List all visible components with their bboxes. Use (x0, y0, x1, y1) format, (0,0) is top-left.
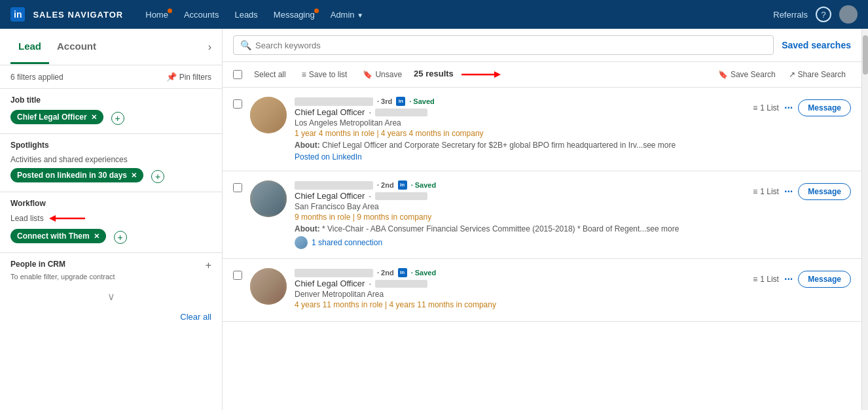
saved-badge-1: · Saved (409, 97, 435, 105)
result-actions-2: ≡ 1 List ··· Message (753, 183, 851, 200)
search-results-panel: 🔍 Saved searches Select all ≡ Save to li… (223, 29, 861, 410)
result-actions-3: ≡ 1 List ··· Message (753, 271, 851, 288)
crm-label: People in CRM (10, 260, 65, 269)
crm-row: People in CRM + (10, 260, 211, 271)
share-search-button[interactable]: ↗ Share Search (784, 67, 851, 82)
select-all-checkbox[interactable] (233, 70, 242, 79)
result-tenure-2: 9 months in role | 9 months in company (295, 213, 745, 222)
tab-lead[interactable]: Lead (10, 30, 49, 64)
share-search-icon: ↗ (789, 70, 795, 79)
right-actions: 🔖 Save Search ↗ Share Search (713, 67, 851, 82)
avatar[interactable] (250, 97, 287, 133)
degree-badge-2: · 2nd (377, 181, 394, 189)
result-checkbox-1[interactable] (233, 99, 242, 109)
degree-badge-1: · 3rd (377, 97, 392, 105)
main-layout: Lead Account › 6 filters applied 📌 Pin f… (0, 29, 868, 410)
result-title-1: Chief Legal Officer · (295, 107, 745, 117)
saved-searches-button[interactable]: Saved searches (782, 40, 851, 50)
list-count-1[interactable]: ≡ 1 List (753, 103, 779, 112)
lead-lists-tag[interactable]: Connect with Them ✕ (10, 229, 106, 243)
result-title-2: Chief Legal Officer · (295, 191, 745, 201)
spotlight-tag[interactable]: Posted on linkedin in 30 days ✕ (10, 168, 143, 182)
bookmark-icon: 🔖 (363, 70, 372, 79)
job-title-tag-remove[interactable]: ✕ (91, 113, 97, 122)
spotlight-add-button[interactable]: + (151, 170, 164, 183)
result-info-3: · 2nd in · Saved Chief Legal Officer · D… (295, 268, 745, 312)
lead-lists-tag-remove[interactable]: ✕ (94, 232, 99, 241)
save-to-list-button[interactable]: ≡ Save to list (298, 67, 352, 82)
spotlight-sub-label: Activities and shared experiences (10, 155, 211, 164)
message-button-3[interactable]: Message (798, 271, 851, 288)
more-options-button-2[interactable]: ··· (784, 186, 793, 197)
table-row: · 2nd in · Saved Chief Legal Officer · D… (223, 259, 861, 322)
results-count: 25 results (414, 67, 504, 82)
pin-filters-label: Pin filters (179, 73, 211, 82)
save-search-icon: 🔖 (718, 70, 728, 79)
result-tenure-3: 4 years 11 months in role | 4 years 11 m… (295, 300, 745, 309)
result-name-blur-2 (295, 181, 373, 190)
spotlight-tag-remove[interactable]: ✕ (131, 171, 137, 180)
admin-dropdown-icon: ▼ (357, 12, 363, 19)
search-input[interactable] (255, 41, 767, 50)
nav-item-accounts[interactable]: Accounts (177, 6, 225, 24)
list-count-3[interactable]: ≡ 1 List (753, 275, 779, 284)
crm-upgrade-text: To enable filter, upgrade contract (10, 273, 115, 281)
lead-lists-add-button[interactable]: + (114, 231, 127, 244)
tab-account[interactable]: Account (49, 30, 104, 64)
vertical-scrollbar[interactable] (861, 29, 868, 410)
nav-right: Referrals ? (773, 5, 858, 24)
table-row: · 2nd in · Saved Chief Legal Officer · S… (223, 171, 861, 259)
linkedin-icon-3: in (398, 268, 407, 277)
result-name-row-3: · 2nd in · Saved (295, 268, 745, 277)
list-icon-1: ≡ (753, 103, 757, 112)
nav-item-leads[interactable]: Leads (228, 6, 264, 24)
workflow-section: Workflow Lead lists Connect with Them ✕ … (0, 192, 222, 253)
result-checkbox-2[interactable] (233, 183, 242, 192)
result-name-row-1: · 3rd in · Saved (295, 97, 745, 106)
nav-item-messaging[interactable]: Messaging (267, 6, 321, 24)
list-icon-3: ≡ (753, 275, 757, 284)
job-title-add-button[interactable]: + (111, 112, 124, 125)
message-button-2[interactable]: Message (798, 183, 851, 200)
select-all-button[interactable]: Select all (250, 67, 290, 82)
clear-all-section: Clear all (0, 305, 222, 328)
spotlights-filter-section: Spotlights Activities and shared experie… (0, 134, 222, 192)
scrollbar-thumb[interactable] (863, 35, 868, 75)
linkedin-logo: in (10, 7, 25, 22)
message-button-1[interactable]: Message (798, 99, 851, 116)
result-location-3: Denver Metropolitan Area (295, 290, 745, 299)
nav-referrals[interactable]: Referrals (773, 10, 808, 20)
list-count-2[interactable]: ≡ 1 List (753, 187, 779, 196)
tabs-arrow-icon[interactable]: › (208, 41, 211, 53)
list-icon-2: ≡ (753, 187, 757, 196)
pin-filters-button[interactable]: 📌 Pin filters (166, 72, 211, 82)
actions-bar: Select all ≡ Save to list 🔖 Unsave 25 re… (223, 62, 861, 88)
help-icon[interactable]: ? (816, 7, 831, 22)
result-posted-1[interactable]: Posted on LinkedIn (295, 152, 745, 162)
crm-add-button[interactable]: + (206, 260, 211, 271)
svg-marker-3 (494, 71, 501, 78)
more-options-button-1[interactable]: ··· (784, 102, 793, 114)
saved-badge-3: · Saved (411, 269, 437, 277)
linkedin-icon-2: in (398, 180, 407, 190)
avatar[interactable] (250, 180, 287, 217)
search-input-wrap[interactable]: 🔍 (233, 35, 774, 55)
avatar[interactable] (250, 268, 287, 305)
scroll-down-arrow[interactable]: ∨ (0, 288, 222, 305)
user-avatar[interactable] (839, 5, 858, 24)
job-title-tag[interactable]: Chief Legal Officer ✕ (10, 110, 103, 124)
result-location-2: San Francisco Bay Area (295, 202, 745, 211)
result-location-1: Los Angeles Metropolitan Area (295, 118, 745, 128)
nav-item-admin[interactable]: Admin ▼ (324, 6, 370, 24)
shared-connection-2[interactable]: 1 shared connection (295, 236, 745, 249)
nav-item-home[interactable]: Home (139, 6, 175, 24)
result-name-blur-1 (295, 97, 373, 106)
shared-connection-avatar-2 (295, 236, 308, 249)
save-to-list-icon: ≡ (302, 70, 306, 79)
more-options-button-3[interactable]: ··· (784, 273, 793, 285)
result-checkbox-3[interactable] (233, 271, 242, 280)
clear-all-button[interactable]: Clear all (180, 312, 211, 322)
results-list: · 3rd in · Saved Chief Legal Officer · L… (223, 88, 861, 410)
save-search-button[interactable]: 🔖 Save Search (713, 67, 781, 82)
unsave-button[interactable]: 🔖 Unsave (359, 67, 406, 82)
